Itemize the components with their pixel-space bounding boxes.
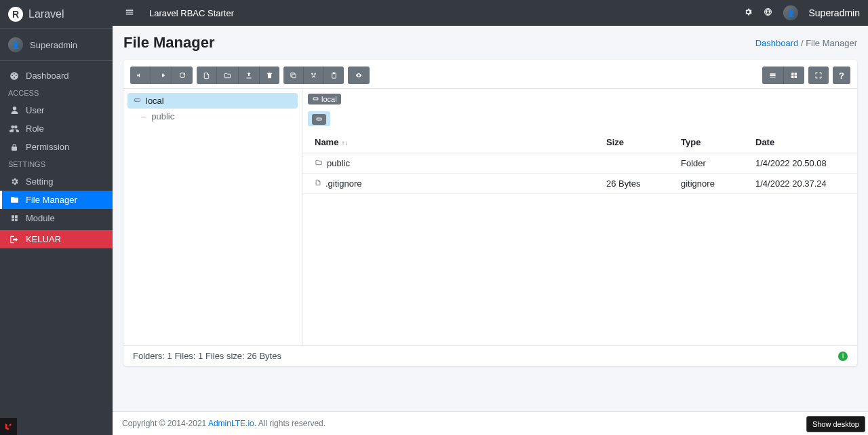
sidebar-item-module[interactable]: Module bbox=[0, 209, 113, 227]
svg-rect-3 bbox=[333, 73, 335, 74]
col-date[interactable]: Date bbox=[749, 132, 857, 153]
brand-logo-icon: R bbox=[8, 7, 23, 22]
file-table: Name↑↓ Size Type Date public bbox=[302, 132, 857, 194]
breadcrumb-current: File Manager bbox=[806, 38, 857, 48]
file-size bbox=[599, 153, 674, 173]
new-folder-button[interactable] bbox=[216, 67, 238, 84]
sidebar-item-label: Role bbox=[26, 124, 44, 134]
cut-button[interactable] bbox=[303, 67, 323, 84]
disk-selector[interactable]: local bbox=[308, 94, 341, 105]
user-menu[interactable]: 👤 Superadmin bbox=[783, 5, 861, 20]
file-date: 1/4/2022 20.50.08 bbox=[749, 153, 857, 173]
sidebar-item-dashboard[interactable]: Dashboard bbox=[0, 67, 113, 85]
sidebar-item-logout[interactable]: KELUAR bbox=[0, 230, 113, 248]
status-bar: Folders: 1 Files: 1 Files size: 26 Bytes… bbox=[123, 345, 857, 366]
page-title: File Manager bbox=[123, 34, 214, 52]
file-name: .gitignore bbox=[326, 178, 361, 189]
file-size: 26 Bytes bbox=[599, 173, 674, 193]
hidden-toggle-button[interactable] bbox=[348, 67, 370, 84]
col-type[interactable]: Type bbox=[674, 132, 749, 153]
table-row[interactable]: .gitignore 26 Bytes gitignore 1/4/2022 2… bbox=[302, 173, 857, 193]
file-manager-card: ? local – public bbox=[123, 60, 857, 366]
table-row[interactable]: public Folder 1/4/2022 20.50.08 bbox=[302, 153, 857, 173]
dashboard-icon bbox=[8, 71, 20, 81]
sidebar: R Laravel 👤 Superadmin Dashboard ACCESS … bbox=[0, 0, 113, 435]
sidebar-item-setting[interactable]: Setting bbox=[0, 172, 113, 191]
file-date: 1/4/2022 20.37.24 bbox=[749, 173, 857, 193]
gear-icon bbox=[8, 177, 20, 186]
fm-tree: local – public bbox=[123, 89, 302, 345]
brand-name: Laravel bbox=[28, 8, 64, 20]
svg-rect-6 bbox=[313, 98, 318, 100]
menu-toggle-icon[interactable] bbox=[121, 3, 138, 23]
back-button[interactable] bbox=[130, 67, 151, 84]
folder-icon bbox=[315, 159, 323, 168]
tree-item-label: local bbox=[146, 96, 164, 106]
lock-icon bbox=[8, 143, 20, 151]
gear-icon[interactable] bbox=[744, 7, 753, 18]
file-name: public bbox=[327, 158, 350, 168]
sidebar-header-access: ACCESS bbox=[0, 85, 113, 101]
sidebar-item-label: Setting bbox=[26, 176, 53, 187]
sidebar-header-settings: SETTINGS bbox=[0, 156, 113, 172]
globe-icon[interactable] bbox=[764, 7, 772, 18]
refresh-button[interactable] bbox=[172, 67, 193, 84]
grid-view-button[interactable] bbox=[783, 67, 804, 84]
sidebar-item-label: File Manager bbox=[26, 195, 77, 205]
delete-button[interactable] bbox=[259, 67, 279, 84]
sidebar-item-file-manager[interactable]: File Manager bbox=[0, 191, 113, 209]
upload-button[interactable] bbox=[238, 67, 259, 84]
status-ok-icon: i bbox=[838, 352, 848, 361]
tree-item-root[interactable]: local bbox=[127, 93, 298, 109]
tree-item-label: public bbox=[151, 111, 174, 121]
user-panel[interactable]: 👤 Superadmin bbox=[0, 29, 113, 61]
role-icon bbox=[8, 124, 20, 134]
footer: Copyright © 2014-2021 AdminLTE.io. All r… bbox=[113, 411, 868, 435]
sidebar-item-label: KELUAR bbox=[26, 234, 61, 244]
tree-dash-icon: – bbox=[141, 111, 146, 121]
forward-button[interactable] bbox=[151, 67, 172, 84]
brand[interactable]: R Laravel bbox=[0, 0, 113, 29]
crumb-root-icon[interactable] bbox=[312, 114, 326, 125]
user-name-label: Superadmin bbox=[30, 40, 77, 50]
laravel-badge-icon[interactable] bbox=[0, 418, 17, 435]
avatar-icon: 👤 bbox=[8, 37, 23, 52]
sidebar-item-role[interactable]: Role bbox=[0, 119, 113, 138]
footer-link[interactable]: AdminLTE.io. bbox=[208, 419, 256, 428]
breadcrumb: Dashboard / File Manager bbox=[755, 38, 857, 48]
sidebar-item-permission[interactable]: Permission bbox=[0, 138, 113, 156]
sidebar-item-label: Permission bbox=[26, 142, 69, 152]
svg-rect-1 bbox=[292, 74, 296, 78]
sidebar-item-label: Module bbox=[26, 213, 55, 223]
list-view-button[interactable] bbox=[762, 67, 783, 84]
tree-item-child[interactable]: – public bbox=[127, 109, 298, 124]
fullscreen-button[interactable] bbox=[808, 67, 829, 84]
topbar-title: Laravel RBAC Starter bbox=[149, 8, 234, 18]
module-icon bbox=[8, 214, 20, 223]
footer-suffix: All rights reserved. bbox=[256, 419, 326, 428]
disk-label: local bbox=[321, 95, 337, 103]
help-button[interactable]: ? bbox=[833, 67, 850, 84]
svg-rect-7 bbox=[317, 118, 321, 120]
fm-toolbar: ? bbox=[123, 60, 857, 89]
file-type: gitignore bbox=[674, 173, 749, 193]
col-name[interactable]: Name↑↓ bbox=[302, 132, 599, 153]
avatar-icon: 👤 bbox=[783, 5, 798, 20]
sort-icon: ↑↓ bbox=[341, 139, 348, 147]
breadcrumb-root[interactable]: Dashboard bbox=[755, 38, 799, 48]
footer-prefix: Copyright © 2014-2021 bbox=[122, 419, 208, 428]
sidebar-item-label: Dashboard bbox=[26, 71, 69, 81]
disk-icon bbox=[133, 96, 142, 106]
copy-button[interactable] bbox=[283, 67, 303, 84]
sidebar-item-label: User bbox=[26, 105, 44, 115]
user-icon bbox=[8, 106, 20, 115]
taskbar-tooltip: Show desktop bbox=[806, 416, 865, 432]
paste-button[interactable] bbox=[323, 67, 344, 84]
col-size[interactable]: Size bbox=[599, 132, 674, 153]
file-icon bbox=[315, 179, 321, 189]
logout-icon bbox=[8, 235, 20, 244]
topbar-user-name: Superadmin bbox=[809, 7, 861, 18]
new-file-button[interactable] bbox=[197, 67, 216, 84]
sidebar-item-user[interactable]: User bbox=[0, 101, 113, 119]
topbar: Laravel RBAC Starter 👤 Superadmin bbox=[113, 0, 868, 26]
